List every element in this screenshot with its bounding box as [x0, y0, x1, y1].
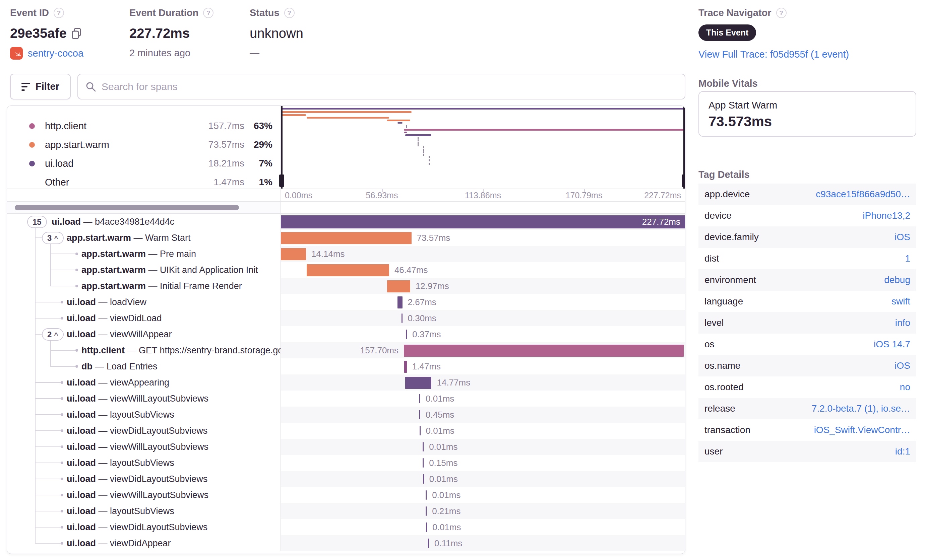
- span-duration-bar[interactable]: [426, 522, 427, 532]
- span-duration-bar[interactable]: [426, 506, 426, 516]
- span-row[interactable]: ui.load — layoutSubViews0.15ms: [7, 455, 685, 471]
- span-duration-bar[interactable]: [428, 539, 429, 548]
- span-row[interactable]: app.start.warm — Initial Frame Render12.…: [7, 278, 685, 294]
- tag-value-link[interactable]: iOS: [895, 232, 910, 242]
- span-duration-bar[interactable]: [420, 426, 420, 435]
- tree-horizontal-scrollbar[interactable]: [15, 205, 239, 210]
- tag-value-link[interactable]: 7.2.0-beta.7 (1), io.se…: [812, 403, 910, 414]
- span-row[interactable]: 15ui.load — b4ace34981e44d4c227.72ms: [7, 214, 685, 230]
- span-duration-bar[interactable]: [404, 361, 407, 373]
- tag-value-link[interactable]: iOS 14.7: [874, 339, 910, 350]
- project-link[interactable]: sentry-cocoa: [28, 48, 83, 59]
- span-bar-cell[interactable]: 0.01ms: [281, 439, 685, 455]
- search-input[interactable]: [102, 81, 677, 92]
- span-count-pill[interactable]: 2^: [42, 328, 64, 341]
- span-row[interactable]: ui.load — viewDidAppear0.11ms: [7, 535, 685, 551]
- span-bar-cell[interactable]: 0.11ms: [281, 535, 685, 551]
- span-duration-bar[interactable]: [387, 280, 410, 293]
- span-row[interactable]: ui.load — viewWillLayoutSubviews0.01ms: [7, 487, 685, 503]
- tag-value-link[interactable]: 1: [905, 253, 910, 264]
- help-icon[interactable]: ?: [54, 8, 64, 18]
- span-duration-bar[interactable]: [404, 345, 684, 357]
- tag-value-link[interactable]: iPhone13,2: [863, 210, 910, 221]
- span-duration-bar[interactable]: [281, 232, 411, 244]
- span-bar-cell[interactable]: 0.45ms: [281, 407, 685, 423]
- span-count-pill[interactable]: 15: [27, 216, 47, 228]
- help-icon[interactable]: ?: [284, 8, 295, 18]
- legend-item[interactable]: http.client157.7ms63%: [7, 117, 280, 135]
- span-row[interactable]: http.client — GET https://sentry-brand.s…: [7, 342, 685, 358]
- view-full-trace-link[interactable]: View Full Trace: f05d955f (1 event): [698, 49, 849, 60]
- span-duration-bar[interactable]: [419, 410, 420, 419]
- span-duration-bar[interactable]: [281, 248, 306, 260]
- span-duration-bar[interactable]: [398, 296, 402, 308]
- span-bar-cell[interactable]: 2.67ms: [281, 294, 685, 310]
- tree-connector: [50, 350, 75, 351]
- span-duration-bar[interactable]: [426, 490, 426, 500]
- app-start-warm-card[interactable]: App Start Warm 73.573ms: [698, 91, 916, 137]
- help-icon[interactable]: ?: [203, 8, 214, 18]
- span-duration-bar[interactable]: [406, 330, 407, 339]
- span-bar-cell[interactable]: 14.77ms: [281, 374, 685, 390]
- span-bar-cell[interactable]: 0.01ms: [281, 519, 685, 535]
- span-row[interactable]: ui.load — viewDidLayoutSubviews0.01ms: [7, 423, 685, 439]
- span-duration-bar[interactable]: [419, 394, 420, 403]
- span-duration-bar[interactable]: [423, 458, 423, 468]
- span-duration-bar[interactable]: [307, 264, 389, 276]
- span-duration-bar[interactable]: [423, 442, 423, 452]
- tag-value-link[interactable]: iOS_Swift.ViewContr…: [814, 425, 910, 435]
- span-bar-cell[interactable]: 227.72ms: [281, 214, 685, 230]
- copy-icon[interactable]: [71, 28, 81, 39]
- minimap-right-handle[interactable]: [683, 106, 685, 189]
- span-row[interactable]: app.start.warm — Pre main14.14ms: [7, 246, 685, 262]
- span-bar-cell[interactable]: 0.21ms: [281, 503, 685, 519]
- help-icon[interactable]: ?: [776, 8, 786, 18]
- tag-value-link[interactable]: id:1: [895, 446, 910, 457]
- span-duration-bar[interactable]: [402, 314, 402, 323]
- tag-value-link[interactable]: swift: [892, 296, 910, 307]
- ops-legend: http.client157.7ms63%app.start.warm73.57…: [7, 106, 281, 189]
- span-label: app.start.warm — UIKit and Application I…: [81, 265, 258, 275]
- span-bar-cell[interactable]: 0.01ms: [281, 390, 685, 407]
- span-count-pill[interactable]: 3^: [42, 232, 64, 244]
- filter-button[interactable]: Filter: [10, 74, 71, 99]
- span-row[interactable]: ui.load — viewWillLayoutSubviews0.01ms: [7, 439, 685, 455]
- span-row[interactable]: ui.load — viewAppearing14.77ms: [7, 374, 685, 390]
- span-bar-cell[interactable]: 73.57ms: [281, 230, 685, 246]
- tag-value-link[interactable]: no: [900, 382, 910, 393]
- span-bar-cell[interactable]: 0.37ms: [281, 326, 685, 342]
- tag-value-link[interactable]: c93ace15f866a9d50…: [816, 189, 910, 200]
- span-bar-cell[interactable]: 0.01ms: [281, 471, 685, 487]
- span-bar-cell[interactable]: 157.70ms: [281, 342, 685, 358]
- span-row[interactable]: ui.load — layoutSubViews0.21ms: [7, 503, 685, 519]
- span-bar-cell[interactable]: 12.97ms: [281, 278, 685, 294]
- span-row[interactable]: app.start.warm — UIKit and Application I…: [7, 262, 685, 278]
- span-duration-bar[interactable]: [423, 474, 424, 483]
- span-row[interactable]: ui.load — viewDidLoad0.30ms: [7, 310, 685, 326]
- span-duration-bar[interactable]: [405, 377, 431, 389]
- tag-value-link[interactable]: info: [895, 318, 910, 328]
- span-bar-cell[interactable]: 0.01ms: [281, 423, 685, 439]
- span-bar-cell[interactable]: 0.15ms: [281, 455, 685, 471]
- span-row[interactable]: ui.load — viewDidLayoutSubviews0.01ms: [7, 519, 685, 535]
- span-row[interactable]: db — Load Entries1.47ms: [7, 358, 685, 374]
- span-bar-cell[interactable]: 46.47ms: [281, 262, 685, 278]
- span-duration-bar[interactable]: [281, 215, 685, 228]
- span-row[interactable]: ui.load — layoutSubViews0.45ms: [7, 407, 685, 423]
- span-bar-cell[interactable]: 1.47ms: [281, 358, 685, 374]
- span-row[interactable]: 2^ui.load — viewWillAppear0.37ms: [7, 326, 685, 342]
- legend-item[interactable]: app.start.warm73.57ms29%: [7, 135, 280, 154]
- legend-text: 18.21ms: [194, 158, 244, 169]
- minimap-left-handle[interactable]: [281, 106, 283, 189]
- trace-minimap[interactable]: [281, 106, 685, 189]
- legend-item[interactable]: ui.load18.21ms7%: [7, 154, 280, 173]
- span-bar-cell[interactable]: 0.30ms: [281, 310, 685, 326]
- span-bar-cell[interactable]: 14.14ms: [281, 246, 685, 262]
- span-row[interactable]: 3^app.start.warm — Warm Start73.57ms: [7, 230, 685, 246]
- tag-value-link[interactable]: iOS: [895, 360, 910, 371]
- span-row[interactable]: ui.load — loadView2.67ms: [7, 294, 685, 310]
- span-bar-cell[interactable]: 0.01ms: [281, 487, 685, 503]
- span-row[interactable]: ui.load — viewWillLayoutSubviews0.01ms: [7, 390, 685, 407]
- tag-value-link[interactable]: debug: [884, 275, 910, 285]
- span-row[interactable]: ui.load — viewDidLayoutSubviews0.01ms: [7, 471, 685, 487]
